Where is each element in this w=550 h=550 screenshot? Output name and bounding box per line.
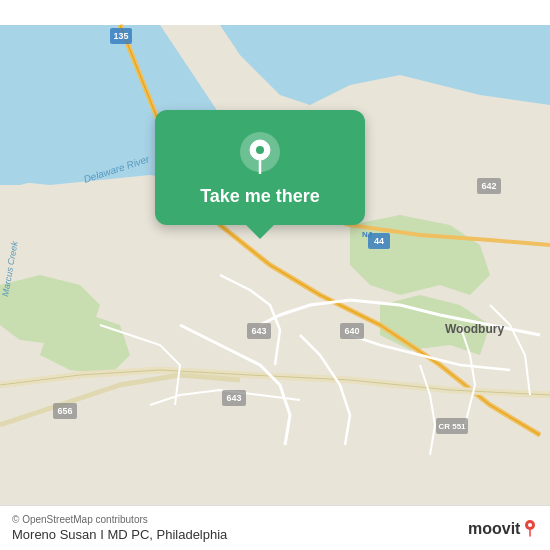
map-background: 135 44 643 643 640 642 656 CR 551 Delawa… — [0, 0, 550, 550]
svg-text:643: 643 — [226, 393, 241, 403]
svg-text:642: 642 — [481, 181, 496, 191]
location-pin-icon — [238, 130, 282, 174]
svg-text:135: 135 — [113, 31, 128, 41]
svg-text:640: 640 — [344, 326, 359, 336]
svg-text:NJ: NJ — [362, 230, 372, 239]
map-container: 135 44 643 643 640 642 656 CR 551 Delawa… — [0, 0, 550, 550]
moovit-logo: moovit — [468, 516, 538, 540]
svg-point-23 — [256, 146, 264, 154]
location-name: Moreno Susan I MD PC, Philadelphia — [12, 527, 227, 542]
svg-text:656: 656 — [57, 406, 72, 416]
bottom-bar: © OpenStreetMap contributors Moreno Susa… — [0, 505, 550, 550]
cta-card[interactable]: Take me there — [155, 110, 365, 225]
svg-point-26 — [528, 523, 532, 527]
svg-text:44: 44 — [374, 236, 384, 246]
map-attribution: © OpenStreetMap contributors — [12, 514, 227, 525]
svg-text:Woodbury: Woodbury — [445, 322, 504, 336]
svg-text:CR 551: CR 551 — [438, 422, 466, 431]
moovit-logo-icon: moovit — [468, 516, 538, 540]
svg-text:moovit: moovit — [468, 520, 521, 537]
cta-button-label: Take me there — [200, 186, 320, 207]
svg-text:643: 643 — [251, 326, 266, 336]
